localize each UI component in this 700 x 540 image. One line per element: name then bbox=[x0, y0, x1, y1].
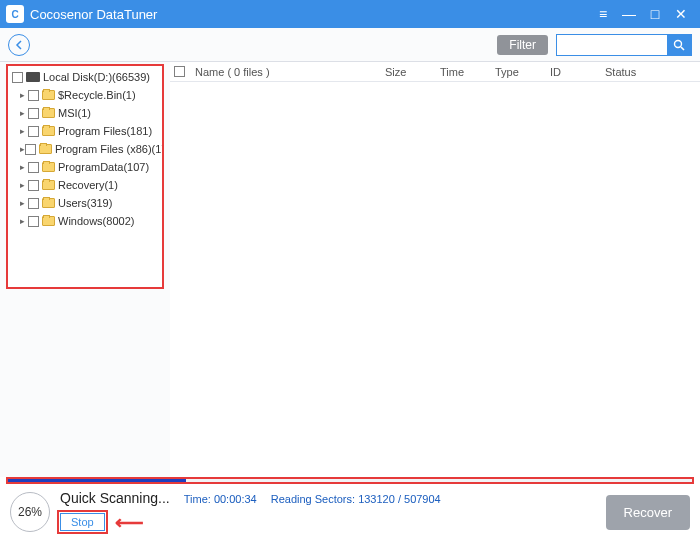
back-button[interactable] bbox=[8, 34, 30, 56]
scanning-status-label: Quick Scanning... bbox=[60, 490, 170, 506]
checkbox[interactable] bbox=[28, 180, 39, 191]
tree-item-label: Program Files (x86)(178) bbox=[55, 143, 164, 155]
col-type[interactable]: Type bbox=[489, 66, 544, 78]
folder-icon bbox=[39, 144, 52, 154]
tree-item[interactable]: ▸ProgramData(107) bbox=[8, 158, 162, 176]
checkbox[interactable] bbox=[25, 144, 36, 155]
checkbox[interactable] bbox=[28, 198, 39, 209]
search-box bbox=[556, 34, 692, 56]
select-all-checkbox[interactable] bbox=[174, 66, 185, 77]
col-id[interactable]: ID bbox=[544, 66, 599, 78]
checkbox[interactable] bbox=[28, 126, 39, 137]
svg-line-1 bbox=[681, 47, 684, 50]
folder-icon bbox=[42, 216, 55, 226]
folder-icon bbox=[42, 162, 55, 172]
tree-item[interactable]: ▸MSI(1) bbox=[8, 104, 162, 122]
tree-root[interactable]: Local Disk(D:)(66539) bbox=[8, 68, 162, 86]
tree-item-label: Recovery(1) bbox=[58, 179, 118, 191]
footer: 26% Quick Scanning... Time: 00:00:34 Rea… bbox=[0, 484, 700, 540]
progress-percent: 26% bbox=[10, 492, 50, 532]
maximize-button[interactable]: □ bbox=[642, 6, 668, 22]
drive-icon bbox=[26, 72, 40, 82]
app-title: Cocosenor DataTuner bbox=[30, 7, 590, 22]
tree-item-label: Users(319) bbox=[58, 197, 112, 209]
folder-tree: Local Disk(D:)(66539) ▸$Recycle.Bin(1)▸M… bbox=[6, 64, 164, 289]
elapsed-time: Time: 00:00:34 bbox=[184, 493, 257, 505]
tree-item[interactable]: ▸Users(319) bbox=[8, 194, 162, 212]
folder-icon bbox=[42, 90, 55, 100]
menu-icon[interactable]: ≡ bbox=[590, 6, 616, 22]
tree-item-label: ProgramData(107) bbox=[58, 161, 149, 173]
sectors-read: Reading Sectors: 133120 / 507904 bbox=[271, 493, 441, 505]
stop-button[interactable]: Stop bbox=[60, 513, 105, 531]
folder-icon bbox=[42, 108, 55, 118]
svg-point-0 bbox=[675, 40, 682, 47]
tree-root-label: Local Disk(D:)(66539) bbox=[43, 71, 150, 83]
chevron-left-icon bbox=[14, 40, 24, 50]
col-time[interactable]: Time bbox=[434, 66, 489, 78]
expand-icon[interactable]: ▸ bbox=[20, 126, 28, 136]
tree-item-label: $Recycle.Bin(1) bbox=[58, 89, 136, 101]
annotation-arrow-icon: ⟵ bbox=[115, 510, 144, 534]
search-button[interactable] bbox=[667, 35, 691, 55]
app-logo: C bbox=[6, 5, 24, 23]
tree-item[interactable]: ▸$Recycle.Bin(1) bbox=[8, 86, 162, 104]
checkbox[interactable] bbox=[28, 162, 39, 173]
tree-item-label: Program Files(181) bbox=[58, 125, 152, 137]
expand-icon[interactable]: ▸ bbox=[20, 108, 28, 118]
titlebar: C Cocosenor DataTuner ≡ — □ ✕ bbox=[0, 0, 700, 28]
folder-icon bbox=[42, 180, 55, 190]
col-size[interactable]: Size bbox=[379, 66, 434, 78]
checkbox[interactable] bbox=[28, 90, 39, 101]
tree-item[interactable]: ▸Windows(8002) bbox=[8, 212, 162, 230]
toolbar: Filter bbox=[0, 28, 700, 62]
expand-icon[interactable]: ▸ bbox=[20, 90, 28, 100]
tree-item-label: MSI(1) bbox=[58, 107, 91, 119]
close-button[interactable]: ✕ bbox=[668, 6, 694, 22]
list-body bbox=[170, 82, 700, 477]
progress-bar-fill bbox=[8, 479, 186, 482]
filter-button[interactable]: Filter bbox=[497, 35, 548, 55]
progress-bar-track bbox=[6, 477, 694, 484]
search-icon bbox=[673, 39, 685, 51]
checkbox[interactable] bbox=[12, 72, 23, 83]
search-input[interactable] bbox=[557, 35, 667, 55]
expand-icon[interactable]: ▸ bbox=[20, 162, 28, 172]
recover-button[interactable]: Recover bbox=[606, 495, 690, 530]
tree-item[interactable]: ▸Recovery(1) bbox=[8, 176, 162, 194]
tree-item-label: Windows(8002) bbox=[58, 215, 134, 227]
tree-item[interactable]: ▸Program Files (x86)(178) bbox=[8, 140, 162, 158]
file-list-panel: Name ( 0 files ) Size Time Type ID Statu… bbox=[170, 62, 700, 477]
expand-icon[interactable]: ▸ bbox=[20, 180, 28, 190]
main-area: Local Disk(D:)(66539) ▸$Recycle.Bin(1)▸M… bbox=[0, 62, 700, 477]
sidebar-column: Local Disk(D:)(66539) ▸$Recycle.Bin(1)▸M… bbox=[0, 62, 170, 477]
list-header: Name ( 0 files ) Size Time Type ID Statu… bbox=[170, 62, 700, 82]
minimize-button[interactable]: — bbox=[616, 6, 642, 22]
checkbox[interactable] bbox=[28, 216, 39, 227]
col-name[interactable]: Name ( 0 files ) bbox=[189, 66, 379, 78]
col-status[interactable]: Status bbox=[599, 66, 654, 78]
expand-icon[interactable]: ▸ bbox=[20, 216, 28, 226]
folder-icon bbox=[42, 126, 55, 136]
tree-item[interactable]: ▸Program Files(181) bbox=[8, 122, 162, 140]
folder-icon bbox=[42, 198, 55, 208]
expand-icon[interactable]: ▸ bbox=[20, 198, 28, 208]
checkbox[interactable] bbox=[28, 108, 39, 119]
